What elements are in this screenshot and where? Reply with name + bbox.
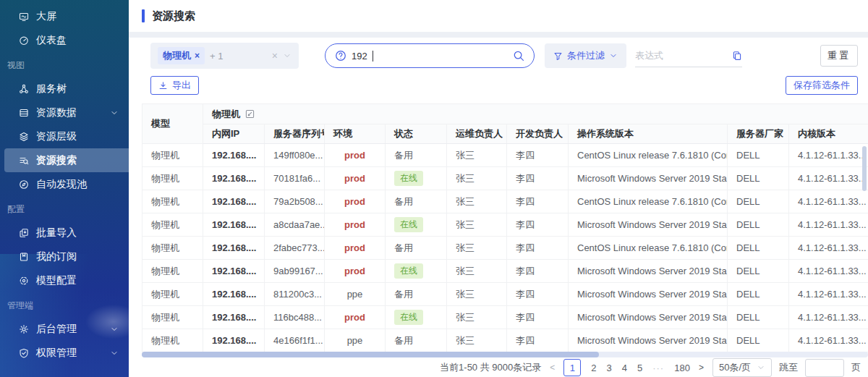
search-value: 192 [352,51,367,62]
sidebar-item-label: 资源层级 [36,130,119,143]
sidebar-item-permission-admin[interactable]: 权限管理 [0,341,129,365]
column-header-env[interactable]: 环境 [325,124,386,144]
reset-button[interactable]: 重置 [820,45,858,67]
search-icon[interactable] [513,50,524,62]
cell-model: 物理机 [142,167,203,190]
auto-discovery-icon [19,179,29,190]
sidebar-item-big-screen[interactable]: 大屏 [0,4,129,28]
cell-serial: a8cdaa7ae... [265,213,325,237]
cell-internal-ip: 192.168.... [203,237,265,260]
model-config-icon [19,276,29,286]
sidebar-item-label: 权限管理 [36,347,103,360]
sidebar-item-label: 仪表盘 [36,34,119,47]
sidebar-item-resource-data[interactable]: 资源数据 [0,101,129,124]
column-header-vendor[interactable]: 服务器厂家 [728,124,789,144]
column-header-os-version[interactable]: 操作系统版本 [569,124,728,144]
cell-os-version: CentOS Linux release 7.6.1810 (Core) [569,144,728,167]
column-header-internal-ip[interactable]: 内网IP [203,124,265,144]
column-header-model[interactable]: 模型 [142,104,203,144]
sidebar-item-batch-import[interactable]: 批量导入 [0,221,129,245]
column-header-status[interactable]: 状态 [386,124,447,144]
horizontal-scrollbar[interactable] [142,352,868,357]
cell-kernel: 4.1.12-61.1.33... [789,213,868,237]
model-tag-label: 物理机 [163,49,191,62]
page-size-select[interactable]: 50条/页 [712,358,772,377]
column-settings-icon[interactable] [245,109,255,119]
save-filter-button[interactable]: 保存筛选条件 [786,76,858,95]
filter-funnel-icon [553,51,563,61]
group-label: 物理机 [212,108,240,121]
chevron-down-icon [757,363,765,372]
sidebar-item-backend-admin[interactable]: 后台管理 [0,317,129,341]
pagination-page-180[interactable]: 180 [674,363,690,373]
cell-env: ppe [325,283,386,306]
app-root: 大屏仪表盘视图服务树资源数据资源层级资源搜索自动发现池配置批量导入我的订阅模型配… [0,0,868,377]
pagination-prev[interactable]: < [548,363,556,373]
record-summary: 当前1-50 共 9000条记录 [440,361,541,374]
page-header: 资源搜索 [129,0,868,32]
cell-ops-owner: 张三 [447,213,507,237]
filter-row: 物理机 × + 1 × 192 [150,43,858,69]
cell-model: 物理机 [142,260,203,283]
cell-internal-ip: 192.168.... [203,306,265,329]
sidebar-item-auto-discovery-pool[interactable]: 自动发现池 [0,172,129,196]
model-select[interactable]: 物理机 × + 1 × [150,43,299,69]
expression-input[interactable]: 表达式 [635,44,742,67]
pagination-page-1[interactable]: 1 [563,359,581,376]
tag-remove-icon[interactable]: × [195,51,200,60]
sidebar-item-resource-hierarchy[interactable]: 资源层级 [0,124,129,148]
sidebar-item-resource-search[interactable]: 资源搜索 [4,148,129,172]
cell-ops-owner: 张三 [447,144,507,167]
cell-serial: 811200c3... [265,283,325,306]
condition-filter-label: 条件过滤 [567,49,605,62]
sidebar-item-my-subscriptions[interactable]: 我的订阅 [0,245,129,268]
cell-serial: 4e166f1f1... [265,329,325,352]
cell-model: 物理机 [142,213,203,237]
title-accent-bar [142,9,145,22]
pagination-bar: 当前1-50 共 9000条记录 < 12345···180 > 50条/页 跳… [142,358,861,377]
cell-vendor: DELL [728,283,789,306]
export-button[interactable]: 导出 [150,76,199,95]
column-header-dev-owner[interactable]: 开发负责人 [507,124,569,144]
column-header-kernel[interactable]: 内核版本 [789,124,868,144]
select-clear-icon[interactable]: × [272,51,278,61]
cell-kernel: 4.1.12-61.1.33... [789,167,868,190]
pagination-page-4[interactable]: 4 [622,363,627,373]
horizontal-scrollbar-thumb[interactable] [142,352,599,357]
sidebar-item-label: 资源搜索 [36,154,119,167]
cell-ops-owner: 张三 [447,283,507,306]
cell-serial: 70181fa6... [265,167,325,190]
resource-hierarchy-icon [19,132,29,142]
cell-model: 物理机 [142,283,203,306]
pagination-page-2[interactable]: 2 [591,363,596,373]
copy-icon[interactable] [732,51,742,61]
cell-model: 物理机 [142,190,203,213]
search-input[interactable]: 192 [325,43,535,68]
cell-env: prod [325,190,386,213]
pagination-page-3[interactable]: 3 [607,363,612,373]
pagination-next[interactable]: > [697,363,705,373]
cell-model: 物理机 [142,306,203,329]
subscription-icon [19,252,29,262]
batch-import-icon [19,228,29,238]
sidebar-item-service-tree[interactable]: 服务树 [0,77,129,101]
table-row: 物理机192.168....149ff080e...prod备用张三李四Cent… [142,144,868,167]
sidebar-item-label: 大屏 [36,10,119,23]
jump-page-input[interactable] [805,359,844,377]
cell-status: 在线 [386,213,447,237]
column-header-ops-owner[interactable]: 运维负责人 [447,124,507,144]
vertical-scrollbar-thumb[interactable] [862,146,867,191]
column-header-serial[interactable]: 服务器序列号 [265,124,325,144]
pagination-page-5[interactable]: 5 [637,363,642,373]
sidebar-item-model-config[interactable]: 模型配置 [0,268,129,292]
expression-placeholder: 表达式 [635,49,732,62]
sidebar-item-dashboard[interactable]: 仪表盘 [0,28,129,52]
chevron-down-icon[interactable] [283,51,292,60]
cell-model: 物理机 [142,144,203,167]
model-tag[interactable]: 物理机 × [158,47,205,64]
cell-ops-owner: 张三 [447,167,507,190]
cell-ops-owner: 张三 [447,190,507,213]
sidebar-nav: 大屏仪表盘视图服务树资源数据资源层级资源搜索自动发现池配置批量导入我的订阅模型配… [0,0,129,365]
condition-filter-button[interactable]: 条件过滤 [545,43,626,68]
sidebar-section-label: 管理端 [0,294,129,317]
